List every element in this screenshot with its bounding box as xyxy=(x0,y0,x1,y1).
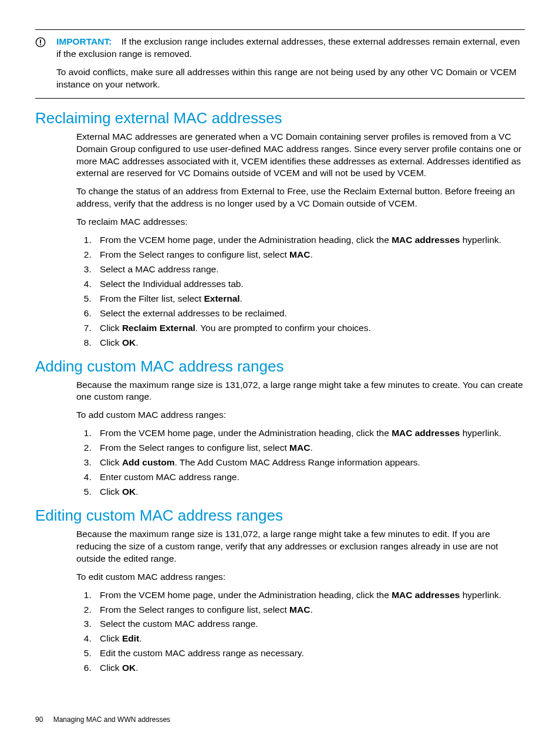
svg-rect-1 xyxy=(40,40,41,43)
svg-rect-2 xyxy=(40,44,41,45)
s1-p1: External MAC addresses are generated whe… xyxy=(76,131,525,180)
list-item: Click OK. xyxy=(94,337,525,349)
list-item: From the Filter list, select External. xyxy=(94,293,525,305)
s3-p1: Because the maximum range size is 131,07… xyxy=(76,528,525,565)
list-item: From the Select ranges to configure list… xyxy=(94,604,525,616)
callout-text: IMPORTANT: If the exclusion range includ… xyxy=(56,36,525,91)
list-item: Click OK. xyxy=(94,662,525,674)
important-label: IMPORTANT: xyxy=(56,36,112,46)
list-item: Enter custom MAC address range. xyxy=(94,471,525,484)
list-item: Edit the custom MAC address range as nec… xyxy=(94,647,525,660)
list-item: Select a MAC address range. xyxy=(94,264,525,276)
s1-steps: From the VCEM home page, under the Admin… xyxy=(76,234,525,349)
list-item: Click OK. xyxy=(94,486,525,498)
page-number: 90 xyxy=(35,715,43,724)
list-item: Click Reclaim External. You are prompted… xyxy=(94,322,525,335)
s2-p1: Because the maximum range size is 131,07… xyxy=(76,379,525,404)
section-reclaiming: External MAC addresses are generated whe… xyxy=(76,131,525,349)
important-icon xyxy=(35,37,46,48)
section-editing: Because the maximum range size is 131,07… xyxy=(76,528,525,674)
section-adding: Because the maximum range size is 131,07… xyxy=(76,379,525,498)
list-item: Select the custom MAC address range. xyxy=(94,618,525,630)
list-item: From the Select ranges to configure list… xyxy=(94,442,525,454)
page: IMPORTANT: If the exclusion range includ… xyxy=(0,0,560,746)
list-item: Click Add custom. The Add Custom MAC Add… xyxy=(94,457,525,469)
heading-editing: Editing custom MAC address ranges xyxy=(35,507,525,525)
list-item: From the VCEM home page, under the Admin… xyxy=(94,589,525,602)
list-item: Select the Individual addresses tab. xyxy=(94,278,525,291)
heading-reclaiming: Reclaiming external MAC addresses xyxy=(35,109,525,127)
s3-p2: To edit custom MAC address ranges: xyxy=(76,571,525,583)
list-item: Click Edit. xyxy=(94,633,525,645)
important-callout: IMPORTANT: If the exclusion range includ… xyxy=(35,29,525,99)
list-item: From the VCEM home page, under the Admin… xyxy=(94,427,525,440)
callout-p1: If the exclusion range includes external… xyxy=(56,36,520,59)
list-item: From the VCEM home page, under the Admin… xyxy=(94,234,525,247)
s2-steps: From the VCEM home page, under the Admin… xyxy=(76,427,525,498)
page-footer: 90 Managing MAC and WWN addresses xyxy=(35,715,170,724)
chapter-title: Managing MAC and WWN addresses xyxy=(53,715,170,724)
heading-adding: Adding custom MAC address ranges xyxy=(35,357,525,376)
list-item: From the Select ranges to configure list… xyxy=(94,249,525,261)
list-item: Select the external addresses to be recl… xyxy=(94,308,525,320)
s1-p3: To reclaim MAC addresses: xyxy=(76,216,525,228)
callout-inner: IMPORTANT: If the exclusion range includ… xyxy=(35,36,525,91)
s3-steps: From the VCEM home page, under the Admin… xyxy=(76,589,525,675)
callout-p2: To avoid conflicts, make sure all addres… xyxy=(56,66,525,91)
s1-p2: To change the status of an address from … xyxy=(76,185,525,210)
s2-p2: To add custom MAC address ranges: xyxy=(76,409,525,421)
